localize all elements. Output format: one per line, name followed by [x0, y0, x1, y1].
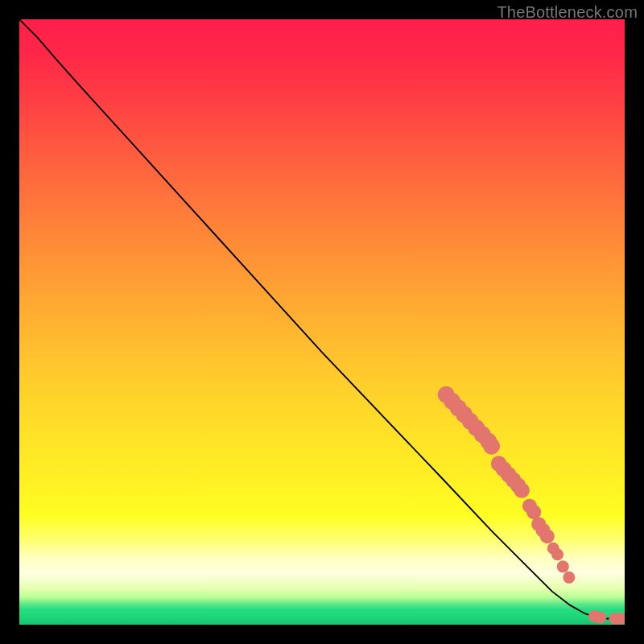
- data-marker: [563, 572, 575, 584]
- data-marker: [483, 438, 500, 455]
- chart-background: [19, 19, 625, 625]
- data-marker: [594, 611, 606, 623]
- chart-plot-area: [19, 19, 625, 625]
- stage: TheBottleneck.com: [0, 0, 644, 644]
- data-marker: [540, 529, 555, 543]
- watermark-text: TheBottleneck.com: [497, 3, 638, 22]
- data-marker: [557, 560, 569, 572]
- data-marker: [514, 482, 530, 498]
- chart-svg: [19, 19, 625, 625]
- data-marker: [551, 548, 564, 560]
